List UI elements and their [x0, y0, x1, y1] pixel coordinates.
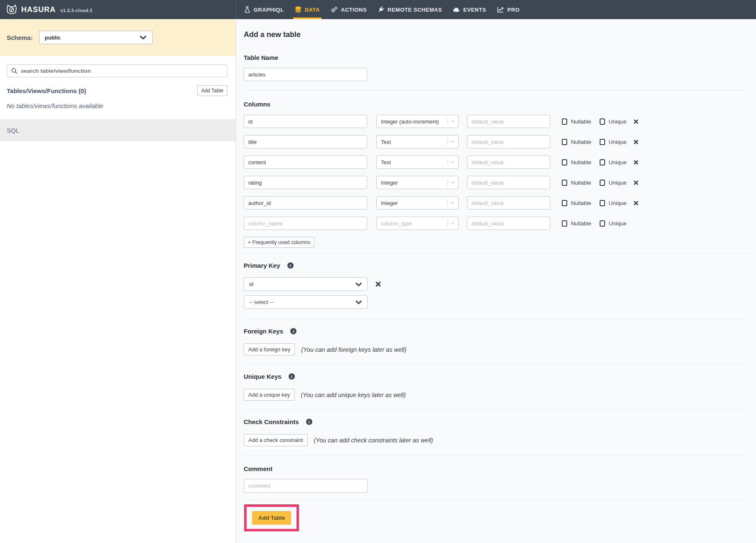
add-table-submit-button[interactable]: Add Table [252, 511, 291, 525]
add-check-constraint-button[interactable]: Add a check constraint [244, 434, 308, 446]
default-value-input[interactable] [467, 115, 550, 128]
column-type-select[interactable]: Text [376, 135, 459, 148]
nullable-checkbox[interactable] [562, 200, 567, 206]
remove-column-icon[interactable] [633, 200, 639, 206]
primary-key-select-empty[interactable]: -- select -- [244, 295, 368, 309]
nav-tab-remote-schemas[interactable]: REMOTE SCHEMAS [372, 0, 447, 19]
unique-keys-note: (You can add unique keys later as well) [301, 392, 405, 398]
comment-label: Comment [244, 465, 749, 472]
default-value-input[interactable] [467, 196, 550, 210]
remove-column-icon[interactable] [633, 139, 639, 145]
column-name-input[interactable] [244, 196, 367, 210]
column-name-input[interactable] [244, 217, 367, 230]
comment-input[interactable] [244, 479, 368, 493]
nav-tab-label: GRAPHIQL [254, 7, 284, 13]
nullable-checkbox[interactable] [562, 159, 567, 165]
nullable-checkbox[interactable] [562, 180, 567, 186]
select-divider [447, 220, 448, 227]
frequently-used-columns-button[interactable]: + Frequently used columns [244, 237, 314, 248]
unique-checkbox[interactable] [600, 139, 605, 145]
chevron-down-icon [355, 282, 362, 286]
unique-checkbox[interactable] [600, 180, 605, 186]
top-nav-bar: HASURA v1.3.3-cloud.3 GRAPHIQL DATA [0, 0, 756, 19]
nav-tab-pro[interactable]: PRO [492, 0, 525, 19]
column-name-input[interactable] [244, 115, 367, 128]
table-name-input[interactable] [244, 68, 367, 81]
add-foreign-key-button[interactable]: Add a foreign key [244, 343, 295, 355]
empty-tables-message: No tables/views/functions available [7, 102, 229, 109]
nav-tab-graphiql[interactable]: GRAPHIQL [239, 0, 289, 19]
info-icon[interactable]: i [289, 373, 295, 380]
primary-key-placeholder: -- select -- [249, 299, 274, 305]
chevron-down-icon [451, 181, 455, 184]
divider [244, 319, 749, 319]
primary-key-row-empty: -- select -- [244, 295, 749, 309]
schema-select[interactable]: public [39, 31, 153, 44]
column-name-input[interactable] [244, 155, 367, 169]
unique-label: Unique [609, 200, 627, 206]
remove-column-icon[interactable] [633, 160, 639, 165]
default-value-input[interactable] [467, 217, 550, 230]
nullable-label: Nullable [571, 118, 591, 125]
schema-row: Schema: public [0, 19, 236, 56]
unique-checkbox[interactable] [600, 118, 605, 125]
nullable-checkbox[interactable] [562, 220, 567, 227]
column-row-empty: column_type Nullable Unique [244, 217, 749, 230]
gears-icon [331, 6, 338, 13]
default-value-input[interactable] [467, 176, 550, 189]
remove-column-icon[interactable] [633, 119, 639, 124]
add-unique-key-button[interactable]: Add a unique key [244, 389, 294, 401]
column-name-input[interactable] [244, 135, 367, 148]
column-type-select[interactable]: Text [376, 155, 459, 169]
default-value-input[interactable] [467, 135, 550, 148]
plug-icon [378, 6, 384, 13]
unique-label: Unique [609, 139, 627, 145]
column-type-value: Integer [381, 200, 447, 206]
info-icon[interactable]: i [287, 262, 294, 269]
nullable-checkbox[interactable] [562, 139, 567, 145]
foreign-keys-label: Foreign Keys [244, 328, 283, 335]
remove-primary-key-icon[interactable] [375, 281, 381, 287]
nav-tab-label: EVENTS [463, 7, 486, 13]
column-type-select[interactable]: Integer [376, 196, 459, 210]
nav-tab-events[interactable]: EVENTS [447, 0, 492, 19]
check-constraints-label: Check Constraints [244, 418, 299, 425]
search-input[interactable] [21, 68, 223, 74]
brand-title: HASURA [21, 5, 56, 14]
select-divider [447, 118, 448, 125]
select-divider [447, 138, 448, 145]
chevron-down-icon [451, 141, 455, 143]
column-type-value: Text [381, 159, 447, 165]
remove-column-icon[interactable] [633, 180, 639, 185]
column-type-select[interactable]: Integer [376, 176, 459, 189]
column-type-value: Integer [381, 180, 447, 186]
divider [244, 364, 749, 365]
unique-checkbox[interactable] [600, 159, 605, 165]
sql-label: SQL [7, 127, 19, 134]
default-value-input[interactable] [467, 155, 550, 169]
chevron-down-icon [451, 161, 455, 163]
sidebar-item-sql[interactable]: SQL [0, 119, 236, 141]
nav-tab-data[interactable]: DATA [289, 0, 325, 19]
primary-key-select[interactable]: id [244, 277, 368, 291]
primary-key-value: id [249, 281, 253, 287]
table-name-label: Table Name [244, 54, 749, 61]
nav-tab-label: PRO [507, 7, 520, 13]
nav-tab-actions[interactable]: ACTIONS [325, 0, 372, 19]
unique-label: Unique [609, 159, 627, 165]
unique-checkbox[interactable] [600, 220, 605, 227]
unique-checkbox[interactable] [600, 200, 605, 206]
info-icon[interactable]: i [290, 328, 296, 334]
column-type-select[interactable]: column_type [376, 217, 459, 230]
nullable-checkbox[interactable] [562, 118, 567, 125]
column-row: Integer Nullable Unique [244, 176, 749, 189]
chevron-down-icon [139, 35, 147, 39]
nullable-label: Nullable [571, 159, 591, 165]
column-name-input[interactable] [244, 176, 367, 189]
sidebar-add-table-button[interactable]: Add Table [197, 85, 227, 96]
column-type-select[interactable]: Integer (auto-increment) [376, 115, 459, 128]
foreign-keys-row: Add a foreign key (You can add foreign k… [244, 343, 749, 355]
info-icon[interactable]: i [306, 419, 312, 425]
unique-label: Unique [609, 220, 627, 227]
column-row: Text Nullable Unique [244, 135, 749, 148]
